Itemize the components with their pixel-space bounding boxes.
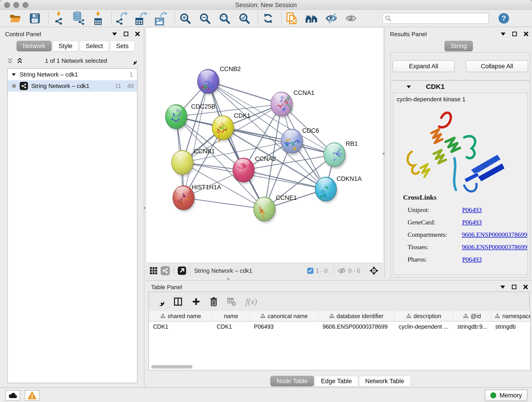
tab-network-table[interactable]: Network Table bbox=[359, 376, 411, 386]
network-collection-row[interactable]: String Network – cdk1 1 bbox=[8, 69, 137, 80]
close-panel-icon[interactable] bbox=[523, 284, 528, 290]
table-cell[interactable]: P06493 bbox=[250, 322, 318, 332]
export-image-button[interactable] bbox=[155, 11, 168, 26]
clone-network-button[interactable] bbox=[285, 11, 298, 26]
float-panel-icon[interactable] bbox=[511, 284, 517, 290]
network-graph[interactable]: CCNB2CCNA1CDC25BCDK1CDC6RB1CCNB1CCNA2CDK… bbox=[146, 28, 383, 263]
network-options-gear-icon[interactable] bbox=[129, 57, 137, 64]
zoom-fit-button[interactable] bbox=[218, 11, 231, 26]
export-table-button[interactable] bbox=[135, 11, 148, 26]
hide-selected-button[interactable] bbox=[325, 11, 338, 26]
delete-column-icon[interactable] bbox=[210, 297, 218, 306]
column-header-shared-name[interactable]: shared name bbox=[149, 311, 213, 321]
export-network-button[interactable] bbox=[115, 11, 128, 26]
import-network-database-button[interactable] bbox=[72, 11, 85, 26]
open-in-window-icon[interactable] bbox=[177, 266, 186, 275]
float-panel-icon[interactable] bbox=[512, 31, 517, 37]
hidden-elements-icon[interactable] bbox=[338, 267, 346, 274]
close-panel-icon[interactable] bbox=[135, 31, 140, 37]
edge-CCNA2-CDKN1A[interactable] bbox=[244, 170, 326, 189]
collection-disclosure-icon[interactable] bbox=[12, 72, 16, 77]
panel-menu-icon[interactable] bbox=[500, 31, 506, 37]
delete-table-icon[interactable] bbox=[227, 297, 236, 306]
refresh-view-button[interactable] bbox=[262, 11, 274, 26]
first-neighbors-button[interactable] bbox=[305, 11, 318, 26]
column-header-@id[interactable]: @id bbox=[453, 311, 491, 321]
function-builder-icon[interactable]: f(x) bbox=[246, 297, 257, 306]
float-panel-icon[interactable] bbox=[123, 31, 129, 37]
node-HIST1H1A[interactable]: HIST1H1A bbox=[173, 184, 221, 212]
tab-network[interactable]: Network bbox=[17, 41, 51, 51]
left-panel-divider[interactable] bbox=[143, 207, 146, 209]
column-header-canonical-name[interactable]: canonical name bbox=[250, 311, 318, 321]
right-panel-divider[interactable] bbox=[383, 153, 385, 155]
bottom-panel-divider[interactable] bbox=[227, 278, 230, 280]
export-arrow-icon bbox=[140, 11, 148, 18]
import-network-file-button[interactable] bbox=[52, 11, 65, 26]
crosslink-link[interactable]: P06493 bbox=[462, 219, 482, 226]
node-CDK1[interactable]: CDK1 bbox=[212, 112, 250, 142]
table-cell[interactable]: stringdb bbox=[491, 322, 531, 332]
collection-label: String Network – cdk1 bbox=[20, 71, 130, 78]
tab-edge-table[interactable]: Edge Table bbox=[315, 376, 358, 386]
node-CCNE1[interactable]: CCNE1 bbox=[254, 194, 297, 223]
zoom-out-button[interactable] bbox=[198, 11, 211, 26]
open-session-button[interactable] bbox=[9, 11, 22, 26]
table-cell[interactable]: 9606.ENSP00000378699 bbox=[318, 322, 394, 332]
network-canvas[interactable]: CCNB2CCNA1CDC25BCDK1CDC6RB1CCNB1CCNA2CDK… bbox=[146, 28, 383, 263]
import-table-file-button[interactable] bbox=[92, 11, 104, 26]
crosslink-link[interactable]: P06493 bbox=[462, 206, 482, 214]
gene-disclosure-icon[interactable] bbox=[406, 85, 411, 89]
node-CDKN1A[interactable]: CDKN1A bbox=[315, 175, 362, 203]
search-input[interactable] bbox=[391, 15, 479, 22]
tab-style[interactable]: Style bbox=[52, 41, 79, 51]
collapse-all-icon[interactable] bbox=[7, 57, 13, 64]
table-cell[interactable]: stringdb:9... bbox=[453, 322, 491, 332]
column-header-description[interactable]: description bbox=[394, 311, 453, 321]
table-cell[interactable]: CDK1 bbox=[149, 322, 213, 332]
column-header-name[interactable]: name bbox=[213, 311, 250, 321]
edge-HIST1H1A-CCNE1[interactable] bbox=[184, 198, 264, 209]
zoom-selected-button[interactable] bbox=[238, 11, 251, 26]
table-row[interactable]: CDK1CDK1P064939606.ENSP00000378699cyclin… bbox=[149, 322, 530, 332]
tab-node-table[interactable]: Node Table bbox=[270, 376, 314, 386]
save-session-button[interactable] bbox=[28, 11, 41, 26]
crosslink-link[interactable]: 9606.ENSP00000378699 bbox=[462, 243, 527, 251]
close-panel-icon[interactable] bbox=[523, 31, 529, 37]
node-RB1[interactable]: RB1 bbox=[324, 140, 358, 169]
node-CCNA1[interactable]: CCNA1 bbox=[271, 89, 315, 118]
collapse-all-button[interactable]: Collapse All bbox=[466, 60, 528, 72]
panel-menu-icon[interactable] bbox=[500, 284, 505, 290]
warnings-button[interactable] bbox=[25, 390, 39, 401]
memory-button[interactable]: Memory bbox=[485, 390, 527, 401]
network-row[interactable]: String Network – cdk1 11 48 bbox=[8, 80, 137, 92]
tab-sets[interactable]: Sets bbox=[110, 41, 135, 51]
table-cell[interactable]: cyclin-dependent ... bbox=[394, 322, 453, 332]
column-header-database-identifier[interactable]: database identifier bbox=[318, 311, 394, 321]
crosslink-link[interactable]: P06493 bbox=[462, 256, 482, 263]
table-cell[interactable]: CDK1 bbox=[213, 322, 250, 332]
node-CDC25B[interactable]: CDC25B bbox=[165, 103, 215, 131]
grid-view-icon[interactable] bbox=[150, 267, 157, 274]
crosslink-link[interactable]: 9606.ENSP00000378699 bbox=[462, 231, 527, 238]
help-button[interactable]: ? bbox=[499, 13, 509, 24]
show-columns-icon[interactable] bbox=[174, 297, 182, 306]
column-header-label: description bbox=[413, 313, 441, 319]
tab-string[interactable]: String bbox=[444, 41, 473, 51]
birdseye-navigator-icon[interactable] bbox=[369, 266, 379, 275]
show-all-button[interactable] bbox=[345, 11, 357, 26]
table-horizontal-scrollbar[interactable] bbox=[151, 365, 192, 369]
zoom-in-button[interactable] bbox=[179, 11, 191, 26]
cloud-status-button[interactable] bbox=[6, 390, 20, 401]
expand-all-button[interactable]: Expand All bbox=[393, 60, 455, 72]
add-column-icon[interactable] bbox=[192, 298, 200, 306]
tab-select[interactable]: Select bbox=[80, 41, 109, 51]
panel-menu-icon[interactable] bbox=[112, 31, 117, 37]
table-options-gear-icon[interactable] bbox=[155, 297, 164, 306]
share-view-icon[interactable] bbox=[161, 266, 170, 275]
gene-header[interactable]: CDK1 bbox=[391, 81, 530, 92]
selected-nodes-checkbox[interactable] bbox=[307, 268, 313, 274]
column-header-namespace[interactable]: namespace bbox=[491, 311, 531, 321]
node-CDC6[interactable]: CDC6 bbox=[281, 127, 319, 155]
expand-all-icon[interactable] bbox=[17, 57, 23, 64]
